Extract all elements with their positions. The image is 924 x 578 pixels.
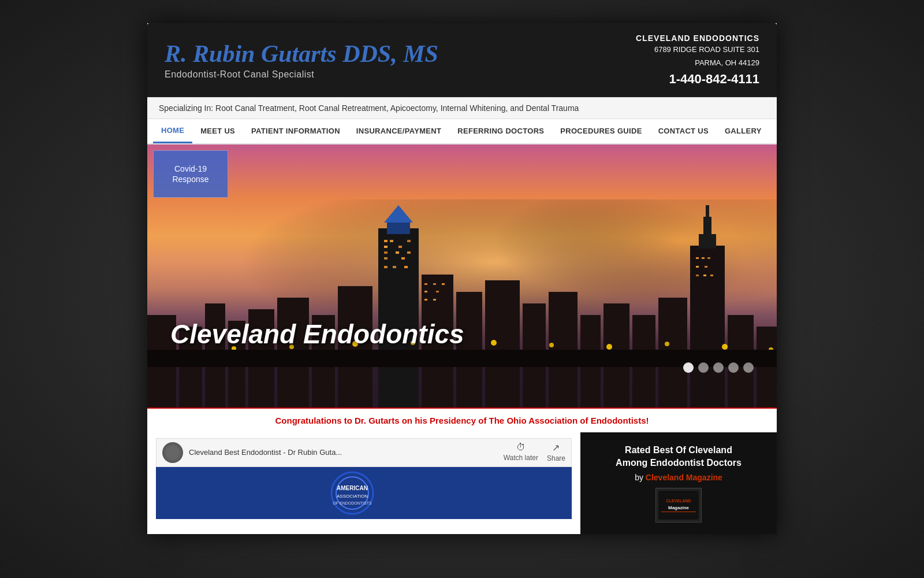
svg-point-54: [549, 343, 554, 347]
rated-title-line1: Rated Best Of Cleveland: [625, 444, 732, 457]
office-address-line1: 6789 RIDGE ROAD SUITE 301: [636, 44, 759, 56]
svg-rect-41: [404, 266, 408, 268]
nav-item-contact-us[interactable]: CONTACT US: [650, 120, 717, 142]
svg-point-56: [665, 342, 669, 346]
covid-button[interactable]: Covid-19 Response: [153, 150, 228, 198]
rated-by-label: by: [635, 473, 646, 482]
hero-dots: [683, 362, 754, 373]
svg-rect-29: [384, 240, 388, 242]
svg-rect-34: [384, 251, 388, 254]
watch-later-label: Watch later: [504, 454, 538, 462]
share-label: Share: [547, 454, 565, 462]
doctor-title: Endodontist-Root Canal Specialist: [165, 69, 438, 80]
magazine-logo-svg: CLEVELAND Magazine: [658, 491, 699, 520]
rated-section: Rated Best Of Cleveland Among Endodontis…: [580, 432, 777, 535]
svg-rect-44: [442, 283, 445, 285]
svg-rect-33: [398, 246, 402, 248]
svg-rect-16: [485, 280, 520, 407]
svg-point-57: [722, 344, 728, 350]
svg-rect-66: [703, 275, 706, 276]
video-logo-area: AMERICAN ASSOCIATION OF ENDODONTISTS: [156, 467, 572, 519]
nav-item-patient-information[interactable]: PATIENT INFORMATION: [243, 120, 348, 142]
svg-rect-65: [696, 275, 699, 276]
svg-rect-36: [407, 251, 411, 254]
video-thumbnail: AMERICAN ASSOCIATION OF ENDODONTISTS: [156, 467, 572, 519]
hero-dot-3[interactable]: [713, 362, 724, 373]
hero-dot-2[interactable]: [698, 362, 709, 373]
svg-rect-62: [707, 257, 710, 259]
svg-rect-47: [424, 299, 427, 301]
rated-logo-area: CLEVELAND Magazine: [655, 488, 702, 523]
nav-item-procedures-guide[interactable]: PROCEDURES GUIDE: [552, 120, 650, 142]
svg-point-68: [331, 472, 373, 514]
nav-item-meet-us[interactable]: MEET US: [192, 120, 243, 142]
svg-rect-25: [703, 217, 711, 237]
specialties-text: Specializing In: Root Canal Treatment, R…: [159, 103, 579, 113]
office-name: CLEVELAND ENDODONTICS: [636, 34, 759, 43]
specialties-bar: Specializing In: Root Canal Treatment, R…: [147, 97, 777, 119]
nav-item-home[interactable]: HOME: [153, 119, 192, 143]
nav-item-insurance-payment[interactable]: INSURANCE/PAYMENT: [348, 120, 449, 142]
svg-rect-61: [702, 257, 705, 259]
nav-item-gallery[interactable]: GALLERY: [717, 120, 770, 142]
svg-text:OF ENDODONTISTS: OF ENDODONTISTS: [333, 501, 372, 505]
congrats-bar: Congratulations to Dr. Gutarts on his Pr…: [147, 407, 777, 432]
svg-rect-38: [401, 257, 405, 260]
svg-rect-63: [696, 266, 699, 268]
svg-rect-42: [424, 283, 427, 285]
svg-rect-39: [384, 266, 388, 268]
video-top-bar: Cleveland Best Endodontist - Dr Rubin Gu…: [156, 438, 572, 467]
hero-dot-1[interactable]: [683, 362, 694, 373]
svg-rect-26: [706, 205, 709, 220]
hero-dot-4[interactable]: [728, 362, 739, 373]
svg-text:AMERICAN: AMERICAN: [337, 485, 368, 491]
video-player[interactable]: Cleveland Best Endodontist - Dr Rubin Gu…: [156, 438, 572, 519]
aca-logo-svg: AMERICAN ASSOCIATION OF ENDODONTISTS: [329, 470, 398, 516]
svg-text:Magazine: Magazine: [668, 505, 690, 510]
office-phone: 1-440-842-4111: [636, 72, 759, 87]
clock-icon: ⏱: [516, 442, 526, 453]
svg-rect-23: [690, 246, 725, 407]
svg-rect-45: [424, 291, 427, 292]
hero-text: Cleveland Endodontics: [170, 318, 464, 350]
congrats-text: Congratulations to Dr. Gutarts on his Pr…: [275, 416, 649, 425]
video-actions: ⏱ Watch later ↗ Share: [504, 442, 565, 462]
svg-rect-60: [696, 257, 699, 259]
video-title: Cleveland Best Endodontist - Dr Rubin Gu…: [189, 448, 498, 457]
svg-text:CLEVELAND: CLEVELAND: [666, 499, 691, 503]
svg-point-53: [491, 340, 497, 346]
svg-rect-37: [384, 257, 388, 260]
svg-rect-31: [407, 240, 411, 242]
svg-rect-46: [436, 291, 439, 292]
site-wrapper: R. Rubin Gutarts DDS, MS Endodontist-Roo…: [147, 23, 777, 534]
svg-rect-30: [390, 240, 393, 242]
share-icon: ↗: [552, 442, 560, 453]
svg-rect-11: [378, 228, 419, 407]
doctor-name: R. Rubin Gutarts DDS, MS: [165, 40, 438, 67]
svg-rect-67: [710, 275, 713, 276]
hero-dot-5[interactable]: [743, 362, 754, 373]
svg-text:ASSOCIATION: ASSOCIATION: [337, 494, 368, 499]
svg-rect-43: [433, 283, 436, 285]
rated-magazine: Cleveland Magazine: [646, 473, 722, 482]
city-skyline-svg: [147, 199, 777, 407]
video-section: Cleveland Best Endodontist - Dr Rubin Gu…: [147, 432, 580, 535]
svg-point-55: [606, 344, 612, 350]
svg-rect-59: [147, 350, 777, 367]
share-button[interactable]: ↗ Share: [547, 442, 565, 462]
nav-item-referring-doctors[interactable]: REFERRING DOCTORS: [449, 120, 552, 142]
svg-rect-12: [387, 223, 410, 234]
office-address-line2: PARMA, OH 44129: [636, 57, 759, 69]
header-right: CLEVELAND ENDODONTICS 6789 RIDGE ROAD SU…: [636, 34, 759, 87]
watch-later-button[interactable]: ⏱ Watch later: [504, 442, 538, 462]
svg-rect-64: [705, 266, 707, 268]
hero-section: Cleveland Endodontics Covid-19 Response: [147, 144, 777, 407]
hero-background: Cleveland Endodontics: [147, 144, 777, 407]
svg-rect-32: [384, 246, 388, 248]
video-avatar-image: [162, 442, 183, 463]
rated-by: by Cleveland Magazine: [635, 473, 722, 482]
header-left: R. Rubin Gutarts DDS, MS Endodontist-Roo…: [165, 40, 438, 80]
bottom-content: Cleveland Best Endodontist - Dr Rubin Gu…: [147, 432, 777, 535]
svg-rect-48: [433, 299, 436, 301]
rated-title-line2: Among Endodontist Doctors: [616, 457, 742, 469]
